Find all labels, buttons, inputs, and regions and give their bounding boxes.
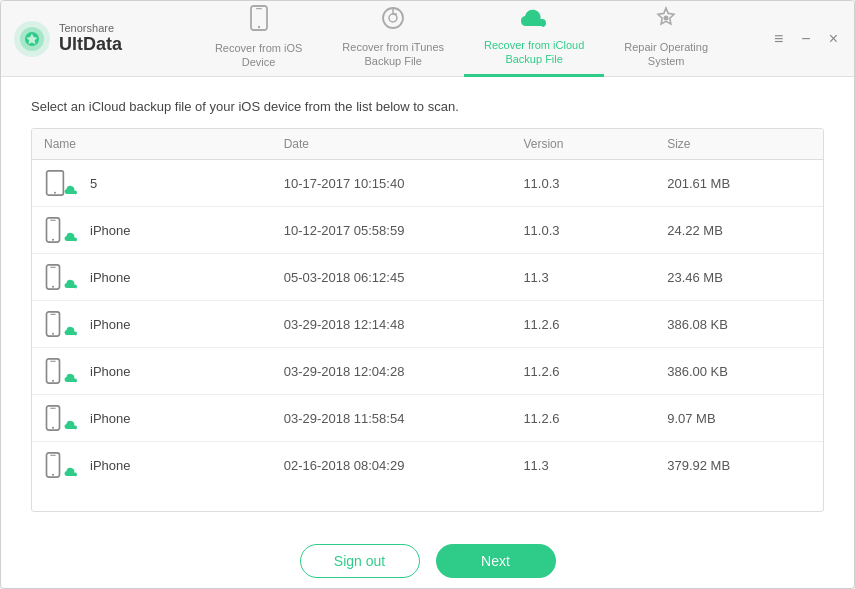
nav-tab-repair[interactable]: Repair Operating System (604, 0, 728, 79)
cell-size: 386.08 KB (667, 317, 811, 332)
cell-date: 10-17-2017 10:15:40 (284, 176, 524, 191)
table-row[interactable]: 5 10-17-2017 10:15:40 11.0.3 201.61 MB (32, 160, 823, 207)
instruction-text: Select an iCloud backup file of your iOS… (31, 99, 824, 114)
cell-size: 379.92 MB (667, 458, 811, 473)
backup-table: Name Date Version Size 5 (31, 128, 824, 512)
cell-version: 11.2.6 (523, 317, 667, 332)
nav-tabs: Recover from iOS Device Recover from iTu… (153, 0, 770, 80)
svg-point-24 (52, 380, 54, 382)
signout-button[interactable]: Sign out (300, 544, 420, 578)
minimize-button[interactable]: − (797, 28, 814, 50)
cell-size: 23.46 MB (667, 270, 811, 285)
svg-point-7 (389, 14, 397, 22)
cell-version: 11.0.3 (523, 223, 667, 238)
cell-size: 24.22 MB (667, 223, 811, 238)
svg-point-27 (52, 427, 54, 429)
nav-tab-itunes[interactable]: Recover from iTunes Backup File (322, 0, 464, 79)
app-name: UltData (59, 34, 122, 55)
main-content: Select an iCloud backup file of your iOS… (1, 77, 854, 528)
icloud-icon (520, 8, 548, 34)
cell-version: 11.3 (523, 458, 667, 473)
table-row[interactable]: iPhone 10-12-2017 05:58:59 11.0.3 24.22 … (32, 207, 823, 254)
cell-date: 10-12-2017 05:58:59 (284, 223, 524, 238)
header-name: Name (44, 137, 284, 151)
next-button[interactable]: Next (436, 544, 556, 578)
cell-size: 386.00 KB (667, 364, 811, 379)
cell-size: 201.61 MB (667, 176, 811, 191)
table-header: Name Date Version Size (32, 129, 823, 160)
window-controls: ≡ − × (770, 28, 842, 50)
svg-point-5 (257, 26, 259, 28)
device-icon (44, 217, 76, 243)
svg-rect-17 (50, 267, 56, 268)
device-name: iPhone (90, 270, 130, 285)
repair-label: Repair Operating System (624, 40, 708, 69)
nav-tab-icloud[interactable]: Recover from iCloud Backup File (464, 0, 604, 77)
cell-date: 03-29-2018 12:14:48 (284, 317, 524, 332)
cell-name: iPhone (44, 264, 284, 290)
cell-date: 03-29-2018 12:04:28 (284, 364, 524, 379)
device-name: 5 (90, 176, 97, 191)
table-row[interactable]: iPhone 03-29-2018 12:14:48 11.2.6 386.08… (32, 301, 823, 348)
cell-name: 5 (44, 170, 284, 196)
cell-name: iPhone (44, 358, 284, 384)
device-icon (44, 264, 76, 290)
footer: Sign out Next (1, 528, 854, 588)
svg-rect-22 (47, 359, 60, 383)
device-name: iPhone (90, 364, 130, 379)
itunes-label: Recover from iTunes Backup File (342, 40, 444, 69)
table-body: 5 10-17-2017 10:15:40 11.0.3 201.61 MB (32, 160, 823, 511)
cell-name: iPhone (44, 217, 284, 243)
svg-rect-28 (47, 453, 60, 477)
svg-rect-19 (47, 312, 60, 336)
svg-point-21 (52, 333, 54, 335)
table-row[interactable]: iPhone 03-29-2018 12:04:28 11.2.6 386.00… (32, 348, 823, 395)
title-bar: Tenorshare UltData Recover from iOS Devi… (1, 1, 854, 77)
cell-version: 11.2.6 (523, 411, 667, 426)
cell-date: 02-16-2018 08:04:29 (284, 458, 524, 473)
svg-rect-11 (47, 171, 64, 195)
cell-name: iPhone (44, 452, 284, 478)
device-name: iPhone (90, 223, 130, 238)
cell-version: 11.3 (523, 270, 667, 285)
device-icon (44, 358, 76, 384)
svg-rect-25 (47, 406, 60, 430)
svg-point-18 (52, 286, 54, 288)
svg-rect-29 (50, 455, 56, 456)
table-row[interactable]: iPhone 03-29-2018 11:58:54 11.2.6 9.07 M… (32, 395, 823, 442)
svg-rect-16 (47, 265, 60, 289)
logo-area: Tenorshare UltData (13, 20, 153, 58)
svg-point-12 (54, 192, 56, 194)
cell-name: iPhone (44, 311, 284, 337)
device-icon (44, 405, 76, 431)
header-version: Version (523, 137, 667, 151)
svg-rect-26 (50, 408, 56, 409)
device-icon (44, 452, 76, 478)
ios-device-label: Recover from iOS Device (215, 41, 302, 70)
repair-icon (654, 6, 678, 36)
svg-point-15 (52, 239, 54, 241)
cell-version: 11.2.6 (523, 364, 667, 379)
icloud-label: Recover from iCloud Backup File (484, 38, 584, 67)
table-row[interactable]: iPhone 05-03-2018 06:12:45 11.3 23.46 MB (32, 254, 823, 301)
svg-point-30 (52, 474, 54, 476)
close-button[interactable]: × (825, 28, 842, 50)
nav-tab-ios-device[interactable]: Recover from iOS Device (195, 0, 322, 80)
logo-icon (13, 20, 51, 58)
cell-version: 11.0.3 (523, 176, 667, 191)
device-icon (44, 311, 76, 337)
header-size: Size (667, 137, 811, 151)
cell-name: iPhone (44, 405, 284, 431)
cell-date: 05-03-2018 06:12:45 (284, 270, 524, 285)
device-name: iPhone (90, 411, 130, 426)
ios-device-icon (248, 5, 270, 37)
header-date: Date (284, 137, 524, 151)
device-icon (44, 170, 76, 196)
menu-button[interactable]: ≡ (770, 28, 787, 50)
table-row[interactable]: iPhone 02-16-2018 08:04:29 11.3 379.92 M… (32, 442, 823, 488)
cell-date: 03-29-2018 11:58:54 (284, 411, 524, 426)
svg-rect-14 (50, 220, 56, 221)
svg-point-10 (664, 15, 669, 20)
itunes-icon (381, 6, 405, 36)
logo-text: Tenorshare UltData (59, 22, 122, 55)
